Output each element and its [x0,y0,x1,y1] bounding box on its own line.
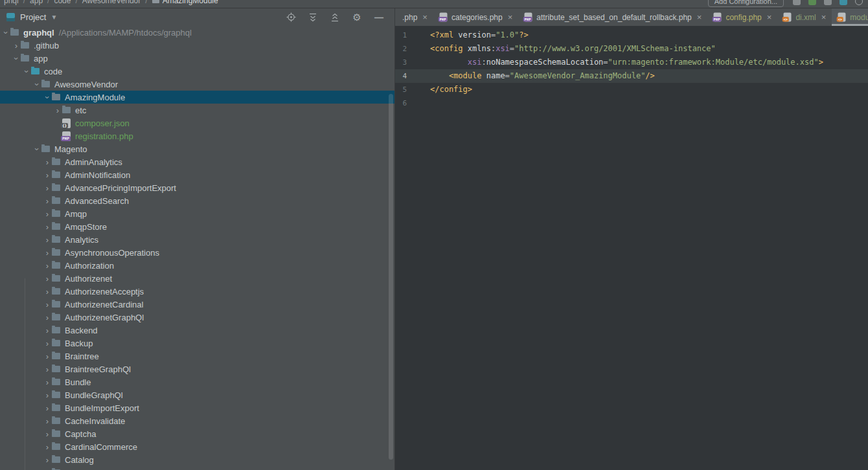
tree-row[interactable]: ›AuthorizenetCardinal [0,298,394,311]
tree-row[interactable]: ›Captcha [0,427,394,440]
search-icon[interactable] [855,0,863,5]
tab-close-icon[interactable]: × [422,12,428,22]
tree-row[interactable]: ›app [0,52,394,65]
breadcrumb-item[interactable]: AwesomeVendor [82,0,141,5]
tree-row[interactable]: {}composer.json [0,117,394,129]
tree-chevron-icon[interactable]: › [12,41,21,50]
tree-chevron-icon[interactable]: › [43,417,52,425]
tree-chevron-icon[interactable]: › [33,80,41,89]
tree-row[interactable]: ›AmazingModule [0,91,394,104]
project-panel-title[interactable]: Project [20,12,46,22]
tree-row[interactable]: ›Authorization [0,259,394,272]
tree-chevron-icon[interactable]: › [43,223,52,231]
tree-chevron-icon[interactable]: › [43,210,52,218]
tree-chevron-icon[interactable]: › [53,106,62,115]
tree-row[interactable]: ›AuthorizenetAcceptjs [0,285,394,298]
tree-chevron-icon[interactable]: › [43,404,52,412]
tree-chevron-icon[interactable]: › [43,430,52,438]
tree-row[interactable]: ›Braintree [0,350,394,363]
breadcrumb-item[interactable]: phql [4,0,19,5]
tree-chevron-icon[interactable]: › [2,28,10,37]
tree-row[interactable]: PHPregistration.php [0,129,394,142]
profiler-icon[interactable] [839,0,847,5]
tree-row[interactable]: ›Backend [0,324,394,337]
tree-chevron-icon[interactable]: › [43,443,52,451]
tree-row[interactable]: ›AuthorizenetGraphQl [0,311,394,324]
tree-row[interactable]: ›code [0,65,394,78]
tab-close-icon[interactable]: × [821,12,827,22]
tree-row-partial[interactable]: › [0,466,394,470]
tree-chevron-icon[interactable]: › [43,339,52,348]
tree-chevron-icon[interactable]: › [43,274,52,283]
tree-row[interactable]: ›AwesomeVendor [0,78,394,91]
tree-row[interactable]: ›Analytics [0,233,394,246]
tree-chevron-icon[interactable]: › [43,378,52,386]
expand-all-icon[interactable] [308,12,318,23]
tree-row[interactable]: ›Bundle [0,375,394,388]
tree-chevron-icon[interactable]: › [43,352,52,361]
editor-tab[interactable]: .php× [396,8,433,26]
tree-chevron-icon[interactable]: › [43,300,52,309]
editor-tab[interactable]: PHPattribute_set_based_on_default_rollba… [518,8,707,26]
tree-chevron-icon[interactable]: › [43,184,52,192]
build-icon[interactable] [793,0,801,5]
code-line[interactable]: 1<?xml version="1.0"?> [395,28,868,42]
tree-chevron-icon[interactable]: › [43,287,52,296]
collapse-all-icon[interactable] [330,12,340,23]
code-line[interactable]: 2<config xmlns:xsi="http://www.w3.org/20… [395,42,868,56]
breadcrumb-item[interactable]: AmazingModule [152,0,218,5]
tree-chevron-icon[interactable]: › [43,262,52,270]
run-icon[interactable] [808,0,816,5]
tree-chevron-icon[interactable]: › [43,171,52,179]
tab-close-icon[interactable]: × [508,12,513,22]
editor-tab[interactable]: <>module.xml [832,8,868,26]
editor-tab[interactable]: <>di.xml× [777,8,832,26]
locate-icon[interactable] [286,12,296,23]
tree-chevron-icon[interactable]: › [43,197,52,205]
tree-chevron-icon[interactable]: › [43,365,52,374]
tree-row[interactable]: ›AdvancedPricingImportExport [0,181,394,194]
tree-row[interactable]: ›Authorizenet [0,272,394,285]
code-line[interactable]: 3 xsi:noNamespaceSchemaLocation="urn:mag… [395,56,868,69]
tree-row[interactable]: ›Catalog [0,453,394,466]
editor-content[interactable]: 1<?xml version="1.0"?>2<config xmlns:xsi… [395,26,868,470]
tree-scrollbar-thumb[interactable] [389,94,393,460]
code-line[interactable]: 5</config> [395,83,868,96]
tree-row[interactable]: ›CardinalCommerce [0,440,394,453]
tree-chevron-icon[interactable]: › [43,326,52,335]
tree-row[interactable]: ›Amqp [0,207,394,220]
tree-chevron-icon[interactable]: › [43,236,52,244]
tree-row[interactable]: ›etc [0,104,394,117]
breadcrumb-item[interactable]: code [54,0,71,5]
tree-row[interactable]: ›.github [0,39,394,52]
tree-row[interactable]: ›BundleGraphQl [0,388,394,401]
run-configuration-select[interactable]: Add Configuration... [708,0,784,7]
tree-chevron-icon[interactable]: › [43,249,52,257]
breadcrumb-item[interactable]: app [30,0,43,5]
tree-chevron-icon[interactable]: › [33,144,41,153]
code-line[interactable]: 4 <module name="AwesomeVendor_AmazingMod… [395,69,868,83]
tree-row[interactable]: ›AdminNotification [0,168,394,181]
settings-icon[interactable]: ⚙ [352,12,362,23]
debug-icon[interactable] [824,0,832,5]
tree-row[interactable]: ›BundleImportExport [0,401,394,414]
tree-chevron-icon[interactable]: › [43,93,52,102]
tab-close-icon[interactable]: × [767,12,772,22]
tree-chevron-icon[interactable]: › [43,456,52,464]
tree-chevron-icon[interactable]: › [43,158,52,166]
hide-panel-icon[interactable]: — [374,12,384,23]
tree-row[interactable]: ›AdvancedSearch [0,194,394,207]
tree-row[interactable]: ›BraintreeGraphQl [0,363,394,375]
tree-row[interactable]: ›Backup [0,337,394,350]
tree-chevron-icon[interactable]: › [43,391,52,399]
editor-tab[interactable]: PHPconfig.php× [707,8,777,26]
tree-chevron-icon[interactable]: › [12,54,21,63]
tree-row[interactable]: ›AdminAnalytics [0,155,394,168]
chevron-down-icon[interactable]: ▼ [51,14,57,21]
tree-row[interactable]: ›AmqpStore [0,220,394,233]
tab-close-icon[interactable]: × [697,12,702,22]
tree-row[interactable]: ›Magento [0,142,394,155]
tree-row[interactable]: ›AsynchronousOperations [0,246,394,259]
code-line[interactable]: 6 [395,96,868,110]
editor-tab[interactable]: PHPcategories.php× [433,8,518,26]
